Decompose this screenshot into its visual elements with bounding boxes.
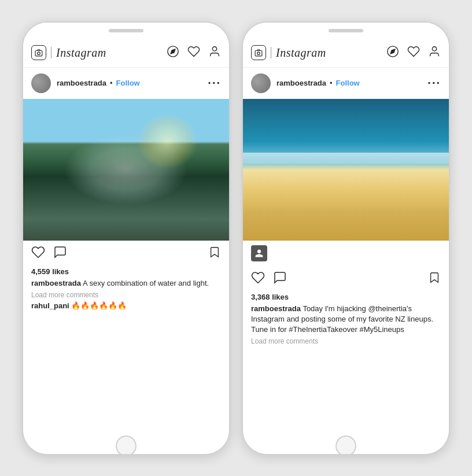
phone-1-comment-1: rahul_pani 🔥🔥🔥🔥🔥🔥: [31, 301, 221, 310]
phone-2-home-button[interactable]: [335, 436, 356, 455]
ig-wordmark: Instagram: [56, 46, 106, 60]
phone-1-follow-button[interactable]: Follow: [116, 79, 140, 87]
dot-separator-1: •: [110, 79, 113, 87]
phone-2-post-info: 3,368 likes ramboestrada Today I'm hijac…: [243, 293, 449, 354]
phone-2-username[interactable]: ramboestrada: [276, 79, 326, 87]
svg-marker-3: [171, 49, 175, 54]
phone-1-caption: ramboestrada A sexy combination of water…: [31, 278, 221, 289]
compass-icon-2[interactable]: [386, 45, 399, 61]
phone-2-top-bar: [243, 23, 449, 39]
phone-1-logo-area: Instagram: [31, 45, 167, 60]
heart-icon[interactable]: [187, 45, 200, 61]
phone-1-post-info: 4,559 likes ramboestrada A sexy combinat…: [23, 267, 229, 317]
person-icon[interactable]: [208, 45, 221, 61]
phone-2-load-comments[interactable]: Load more comments: [251, 337, 441, 345]
phone-2-header-icons: [386, 45, 441, 61]
phone-1: Instagram: [22, 21, 230, 455]
phone-2: Instagram: [242, 21, 450, 455]
phone-2-user-info: ramboestrada • Follow: [276, 79, 427, 87]
svg-point-4: [212, 46, 216, 50]
ig-divider: [51, 47, 51, 58]
phone-1-caption-username[interactable]: ramboestrada: [31, 279, 81, 287]
phone-1-likes: 4,559 likes: [31, 267, 221, 276]
phone-2-caption-username[interactable]: ramboestrada: [251, 304, 301, 313]
phone-1-action-icons-left: [31, 245, 208, 263]
phone-1-username[interactable]: ramboestrada: [57, 79, 106, 87]
phone-1-caption-text: A sexy combination of water and light.: [83, 279, 209, 287]
phone-1-header-icons: [167, 45, 221, 61]
phone-1-avatar: [31, 73, 51, 93]
compass-icon[interactable]: [167, 45, 179, 61]
phone-2-post-header: ramboestrada • Follow ···: [243, 68, 449, 99]
phone-1-more-button[interactable]: ···: [208, 76, 221, 90]
like-icon[interactable]: [31, 245, 45, 263]
svg-marker-8: [390, 49, 395, 54]
heart-icon-2[interactable]: [407, 45, 420, 61]
phone-1-post-actions: [23, 241, 229, 267]
phone-2-post-image: [243, 99, 449, 241]
phone-2-bottom-bar: [243, 438, 449, 454]
bookmark-icon[interactable]: [208, 246, 221, 262]
phone-1-bottom-bar: [23, 438, 229, 454]
phone-1-content: Instagram: [23, 39, 229, 438]
phone-2-content: Instagram: [243, 39, 449, 438]
svg-point-9: [432, 46, 436, 50]
comment-icon-2[interactable]: [273, 271, 287, 288]
svg-rect-0: [35, 51, 42, 56]
phone-2-avatar: [251, 73, 271, 93]
camera-icon: [31, 45, 46, 60]
phone-1-speaker: [109, 29, 143, 32]
camera-icon-2: [251, 45, 266, 60]
svg-rect-5: [255, 51, 262, 56]
phone-2-action-icons-left: [251, 271, 428, 288]
like-icon-2[interactable]: [251, 271, 265, 288]
phone-2-tag-container: [243, 241, 449, 266]
phones-container: Instagram: [5, 4, 467, 473]
phone-1-user-info: ramboestrada • Follow: [57, 79, 208, 87]
person-icon-2[interactable]: [428, 45, 441, 61]
svg-point-1: [38, 52, 40, 55]
phone-1-load-comments[interactable]: Load more comments: [31, 291, 221, 299]
phone-2-follow-button[interactable]: Follow: [336, 79, 360, 87]
phone-1-post-header: ramboestrada • Follow ···: [23, 68, 229, 99]
comment-icon[interactable]: [53, 245, 67, 263]
comment-1-text: 🔥🔥🔥🔥🔥🔥: [71, 301, 127, 310]
phone-2-speaker: [329, 29, 363, 32]
beach-image: [243, 99, 449, 241]
phone-2-more-button[interactable]: ···: [427, 76, 441, 90]
phone-1-ig-header: Instagram: [23, 39, 229, 68]
phone-2-caption: ramboestrada Today I'm hijacking @theine…: [251, 304, 441, 335]
svg-point-6: [257, 52, 260, 55]
ig-divider-2: [271, 47, 271, 58]
phone-1-top-bar: [23, 23, 229, 39]
phone-1-home-button[interactable]: [116, 436, 137, 455]
wave-image: [23, 99, 229, 241]
phone-2-likes: 3,368 likes: [251, 293, 441, 301]
ig-wordmark-2: Instagram: [276, 46, 326, 60]
people-tag-icon[interactable]: [251, 245, 267, 261]
phone-2-logo-area: Instagram: [251, 45, 386, 60]
comment-1-username[interactable]: rahul_pani: [31, 301, 69, 310]
phone-2-ig-header: Instagram: [243, 39, 449, 68]
phone-1-post-image: [23, 99, 229, 241]
dot-separator-2: •: [330, 79, 333, 87]
bookmark-icon-2[interactable]: [428, 271, 441, 287]
phone-2-post-actions: [243, 266, 449, 293]
